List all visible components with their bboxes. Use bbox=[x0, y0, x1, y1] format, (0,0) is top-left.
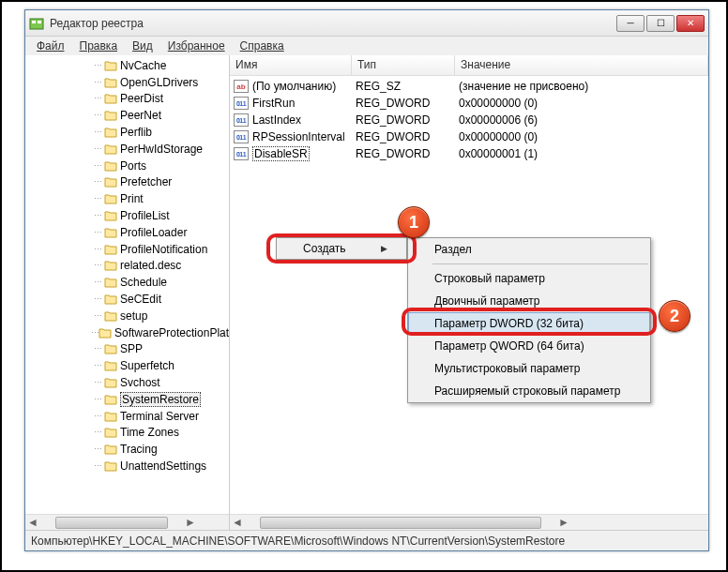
tree-item[interactable]: ⋯SoftwareProtectionPlatform bbox=[25, 324, 229, 341]
values-list[interactable]: (По умолчанию)REG_SZ(значение не присвое… bbox=[230, 76, 708, 162]
expand-icon[interactable]: ⋯ bbox=[91, 245, 104, 254]
expand-icon[interactable]: ⋯ bbox=[91, 328, 99, 338]
expand-icon[interactable]: ⋯ bbox=[91, 261, 104, 270]
titlebar[interactable]: Редактор реестра ─ ☐ ✕ bbox=[25, 10, 708, 37]
submenu-item[interactable]: Параметр DWORD (32 бита) bbox=[408, 312, 650, 335]
tree-item[interactable]: ⋯Schedule bbox=[25, 274, 229, 291]
expand-icon[interactable]: ⋯ bbox=[91, 378, 104, 387]
tree-item-label: Superfetch bbox=[120, 359, 174, 372]
expand-icon[interactable]: ⋯ bbox=[91, 194, 104, 203]
expand-icon[interactable]: ⋯ bbox=[91, 177, 104, 187]
menu-item-create[interactable]: Создать ▶ bbox=[277, 238, 406, 259]
tree-item[interactable]: ⋯Ports bbox=[25, 158, 229, 174]
tree-item[interactable]: ⋯Prefetcher bbox=[25, 174, 229, 191]
menu-favorites[interactable]: Избранное bbox=[160, 38, 233, 54]
tree-item[interactable]: ⋯NvCache bbox=[25, 57, 229, 74]
tree-item[interactable]: ⋯Time Zones bbox=[25, 425, 229, 442]
value-row[interactable]: LastIndexREG_DWORD0x00000006 (6) bbox=[230, 112, 708, 128]
expand-icon[interactable]: ⋯ bbox=[91, 211, 104, 220]
scroll-thumb[interactable] bbox=[260, 517, 541, 529]
expand-icon[interactable]: ⋯ bbox=[91, 94, 104, 103]
tree-item[interactable]: ⋯ProfileList bbox=[25, 207, 229, 224]
menu-separator bbox=[432, 263, 648, 264]
minimize-button[interactable]: ─ bbox=[616, 15, 645, 32]
submenu-item[interactable]: Раздел bbox=[408, 238, 650, 261]
expand-icon[interactable]: ⋯ bbox=[91, 228, 104, 237]
scroll-left-icon[interactable]: ◄ bbox=[25, 516, 40, 529]
menu-help[interactable]: Справка bbox=[233, 38, 292, 54]
list-scrollbar-horizontal[interactable]: ◄ ► bbox=[230, 514, 708, 530]
registry-tree[interactable]: ⋯NvCache⋯OpenGLDrivers⋯PeerDist⋯PeerNet⋯… bbox=[25, 55, 229, 513]
tree-item[interactable]: ⋯UnattendSettings bbox=[25, 458, 229, 474]
tree-item-label: SoftwareProtectionPlatform bbox=[114, 326, 229, 339]
value-data: 0x00000001 (1) bbox=[459, 147, 708, 160]
svg-rect-0 bbox=[30, 19, 43, 29]
expand-icon[interactable]: ⋯ bbox=[91, 278, 104, 287]
expand-icon[interactable]: ⋯ bbox=[91, 161, 104, 171]
expand-icon[interactable]: ⋯ bbox=[91, 311, 104, 321]
expand-icon[interactable]: ⋯ bbox=[91, 111, 104, 120]
tree-item[interactable]: ⋯Terminal Server bbox=[25, 408, 229, 425]
maximize-button[interactable]: ☐ bbox=[646, 15, 675, 32]
tree-item[interactable]: ⋯PerHwIdStorage bbox=[25, 141, 229, 158]
menu-file[interactable]: Файл bbox=[29, 38, 72, 54]
value-row[interactable]: FirstRunREG_DWORD0x00000000 (0) bbox=[230, 95, 708, 112]
expand-icon[interactable]: ⋯ bbox=[91, 61, 104, 70]
statusbar: Компьютер\HKEY_LOCAL_MACHINE\SOFTWARE\Mi… bbox=[25, 530, 708, 550]
expand-icon[interactable]: ⋯ bbox=[91, 412, 104, 421]
expand-icon[interactable]: ⋯ bbox=[91, 444, 104, 454]
tree-item[interactable]: ⋯ProfileNotification bbox=[25, 241, 229, 258]
expand-icon[interactable]: ⋯ bbox=[91, 78, 104, 87]
scroll-thumb[interactable] bbox=[55, 517, 168, 529]
expand-icon[interactable]: ⋯ bbox=[91, 128, 104, 137]
tree-item[interactable]: ⋯Print bbox=[25, 190, 229, 207]
submenu-item[interactable]: Двоичный параметр bbox=[408, 290, 650, 312]
context-menu[interactable]: Создать ▶ bbox=[276, 237, 407, 260]
menu-view[interactable]: Вид bbox=[125, 38, 160, 54]
create-submenu[interactable]: РазделСтроковый параметрДвоичный парамет… bbox=[407, 237, 651, 403]
expand-icon[interactable]: ⋯ bbox=[91, 461, 104, 471]
expand-icon[interactable]: ⋯ bbox=[91, 361, 104, 370]
value-row[interactable]: (По умолчанию)REG_SZ(значение не присвое… bbox=[230, 78, 708, 95]
expand-icon[interactable]: ⋯ bbox=[91, 144, 104, 154]
value-row[interactable]: RPSessionIntervalREG_DWORD0x00000000 (0) bbox=[230, 128, 708, 145]
tree-item[interactable]: ⋯PeerDist bbox=[25, 91, 229, 108]
folder-icon bbox=[104, 109, 117, 122]
value-data: 0x00000006 (6) bbox=[459, 113, 708, 127]
dword-value-icon bbox=[234, 97, 249, 110]
submenu-item[interactable]: Строковый параметр bbox=[408, 267, 650, 290]
tree-item[interactable]: ⋯Tracing bbox=[25, 441, 229, 458]
tree-item[interactable]: ⋯SeCEdit bbox=[25, 291, 229, 308]
tree-item[interactable]: ⋯Superfetch bbox=[25, 357, 229, 374]
value-data: (значение не присвоено) bbox=[459, 80, 708, 93]
submenu-item[interactable]: Параметр QWORD (64 бита) bbox=[408, 335, 650, 357]
submenu-item[interactable]: Расширяемый строковый параметр bbox=[408, 380, 650, 402]
expand-icon[interactable]: ⋯ bbox=[91, 344, 104, 354]
tree-item[interactable]: ⋯Svchost bbox=[25, 374, 229, 391]
tree-item[interactable]: ⋯ProfileLoader bbox=[25, 224, 229, 241]
tree-item[interactable]: ⋯Perflib bbox=[25, 124, 229, 141]
tree-item[interactable]: ⋯related.desc bbox=[25, 258, 229, 275]
scroll-left-icon[interactable]: ◄ bbox=[230, 516, 245, 529]
expand-icon[interactable]: ⋯ bbox=[91, 395, 104, 404]
value-row[interactable]: DisableSRREG_DWORD0x00000001 (1) bbox=[230, 145, 708, 162]
tree-item[interactable]: ⋯SystemRestore bbox=[25, 391, 229, 408]
tree-scrollbar-horizontal[interactable]: ◄ ► bbox=[25, 514, 229, 530]
expand-icon[interactable]: ⋯ bbox=[91, 294, 104, 304]
list-header[interactable]: Имя Тип Значение bbox=[230, 55, 708, 76]
expand-icon[interactable]: ⋯ bbox=[91, 428, 104, 437]
tree-item[interactable]: ⋯SPP bbox=[25, 341, 229, 358]
tree-item[interactable]: ⋯PeerNet bbox=[25, 107, 229, 124]
col-type[interactable]: Тип bbox=[352, 55, 455, 75]
tree-item-label: PeerNet bbox=[120, 109, 161, 122]
col-name[interactable]: Имя bbox=[230, 55, 352, 75]
callout-2: 2 bbox=[659, 300, 690, 332]
scroll-right-icon[interactable]: ► bbox=[556, 516, 571, 529]
menu-edit[interactable]: Правка bbox=[72, 38, 126, 54]
scroll-right-icon[interactable]: ► bbox=[183, 516, 198, 529]
tree-item[interactable]: ⋯OpenGLDrivers bbox=[25, 74, 229, 91]
tree-item[interactable]: ⋯setup bbox=[25, 308, 229, 324]
submenu-item[interactable]: Мультистроковый параметр bbox=[408, 357, 650, 380]
col-value[interactable]: Значение bbox=[455, 55, 708, 75]
close-button[interactable]: ✕ bbox=[676, 15, 705, 32]
